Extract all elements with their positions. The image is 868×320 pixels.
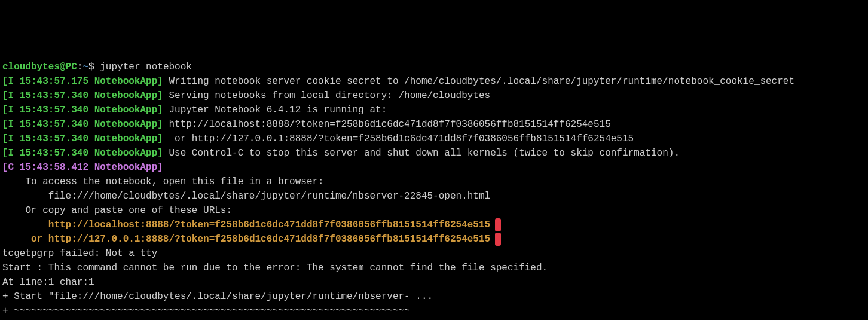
command-text: jupyter notebook bbox=[94, 62, 192, 72]
log-prefix: [I 15:43:57.340 NotebookApp] bbox=[2, 133, 163, 144]
url-line: http://localhost:8888/?token=f258b6d1c6d… bbox=[2, 218, 866, 232]
cursor-icon bbox=[495, 218, 501, 231]
error-line: tcgetpgrp failed: Not a tty bbox=[2, 246, 866, 261]
log-text: http://localhost:8888/?token=f258b6d1c6d… bbox=[163, 119, 611, 130]
log-line: [I 15:43:57.340 NotebookApp] Use Control… bbox=[2, 146, 866, 160]
log-text: Serving notebooks from local directory: … bbox=[163, 90, 490, 101]
notebook-url[interactable]: http://localhost:8888/?token=f258b6d1c6d… bbox=[48, 220, 490, 230]
log-prefix: [I 15:43:57.340 NotebookApp] bbox=[2, 148, 163, 159]
prompt-path: ~ bbox=[82, 62, 88, 72]
prompt-user-host: cloudbytes@PC bbox=[2, 62, 77, 72]
error-line: + Start "file:///home/cloudbytes/.local/… bbox=[2, 289, 866, 304]
access-instruction: Or copy and paste one of these URLs: bbox=[2, 203, 866, 218]
log-line: [I 15:43:57.340 NotebookApp] Serving not… bbox=[2, 89, 866, 103]
log-prefix: [I 15:43:57.340 NotebookApp] bbox=[2, 105, 163, 115]
error-line: + ~~~~~~~~~~~~~~~~~~~~~~~~~~~~~~~~~~~~~~… bbox=[2, 304, 866, 318]
log-text: Jupyter Notebook 6.4.12 is running at: bbox=[163, 105, 387, 115]
log-prefix-critical: [C 15:43:58.412 NotebookApp] bbox=[2, 162, 163, 173]
log-line: [I 15:43:57.340 NotebookApp] http://loca… bbox=[2, 117, 866, 132]
access-file-path: file:///home/cloudbytes/.local/share/jup… bbox=[2, 189, 866, 203]
error-line: Start : This command cannot be run due t… bbox=[2, 261, 866, 275]
url-indent bbox=[2, 234, 31, 245]
error-line: At line:1 char:1 bbox=[2, 275, 866, 289]
log-text: Writing notebook server cookie secret to… bbox=[163, 76, 794, 87]
log-line: [I 15:43:57.175 NotebookApp] Writing not… bbox=[2, 74, 866, 89]
prompt-line: cloudbytes@PC:~$ jupyter notebook bbox=[2, 60, 866, 74]
terminal-output: cloudbytes@PC:~$ jupyter notebook[I 15:4… bbox=[0, 57, 868, 320]
log-line: [I 15:43:57.340 NotebookApp] or http://1… bbox=[2, 132, 866, 146]
prompt-separator: : bbox=[77, 62, 83, 72]
notebook-url[interactable]: http://127.0.0.1:8888/?token=f258b6d1c6d… bbox=[48, 234, 490, 245]
log-text: Use Control-C to stop this server and sh… bbox=[163, 148, 680, 159]
url-line: or http://127.0.0.1:8888/?token=f258b6d1… bbox=[2, 232, 866, 246]
log-prefix: [I 15:43:57.340 NotebookApp] bbox=[2, 119, 163, 130]
log-prefix: [I 15:43:57.340 NotebookApp] bbox=[2, 90, 163, 101]
url-or: or bbox=[31, 234, 48, 245]
cursor-icon bbox=[495, 233, 501, 246]
url-indent bbox=[2, 220, 48, 230]
access-instruction: To access the notebook, open this file i… bbox=[2, 175, 866, 189]
log-line-critical: [C 15:43:58.412 NotebookApp] bbox=[2, 160, 866, 175]
log-text: or http://127.0.0.1:8888/?token=f258b6d1… bbox=[163, 133, 634, 144]
log-prefix: [I 15:43:57.175 NotebookApp] bbox=[2, 76, 163, 87]
prompt-symbol: $ bbox=[88, 62, 94, 72]
log-line: [I 15:43:57.340 NotebookApp] Jupyter Not… bbox=[2, 103, 866, 117]
